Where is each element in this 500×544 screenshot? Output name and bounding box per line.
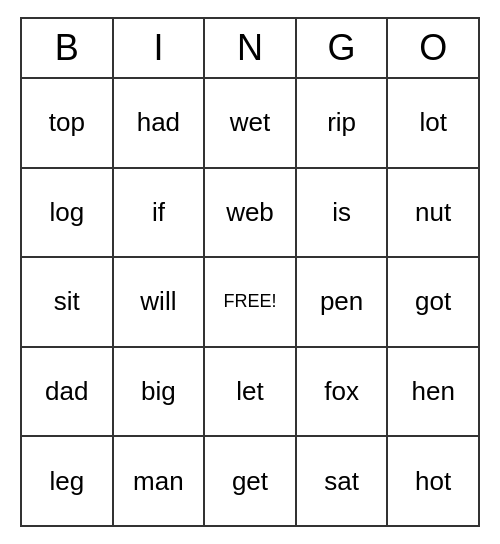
cell-r1-c2: web — [205, 169, 297, 257]
cell-r3-c4: hen — [388, 348, 478, 436]
cell-r2-c4: got — [388, 258, 478, 346]
cell-r0-c3: rip — [297, 79, 389, 167]
cell-r4-c0: leg — [22, 437, 114, 525]
cell-r0-c0: top — [22, 79, 114, 167]
cell-r1-c1: if — [114, 169, 206, 257]
cell-r2-c2: FREE! — [205, 258, 297, 346]
bingo-body: tophadwetriplotlogifwebisnutsitwillFREE!… — [22, 79, 478, 525]
cell-r1-c0: log — [22, 169, 114, 257]
cell-r4-c1: man — [114, 437, 206, 525]
header-letter: I — [114, 19, 206, 77]
cell-r0-c4: lot — [388, 79, 478, 167]
bingo-row: legmangetsathot — [22, 437, 478, 525]
cell-r4-c4: hot — [388, 437, 478, 525]
bingo-row: logifwebisnut — [22, 169, 478, 259]
cell-r4-c2: get — [205, 437, 297, 525]
cell-r0-c1: had — [114, 79, 206, 167]
cell-r4-c3: sat — [297, 437, 389, 525]
bingo-row: tophadwetriplot — [22, 79, 478, 169]
cell-r3-c0: dad — [22, 348, 114, 436]
cell-r2-c1: will — [114, 258, 206, 346]
cell-r2-c0: sit — [22, 258, 114, 346]
bingo-row: dadbigletfoxhen — [22, 348, 478, 438]
cell-r3-c3: fox — [297, 348, 389, 436]
bingo-row: sitwillFREE!pengot — [22, 258, 478, 348]
cell-r1-c3: is — [297, 169, 389, 257]
bingo-header: BINGO — [22, 19, 478, 79]
cell-r1-c4: nut — [388, 169, 478, 257]
bingo-card: BINGO tophadwetriplotlogifwebisnutsitwil… — [20, 17, 480, 527]
header-letter: O — [388, 19, 478, 77]
header-letter: B — [22, 19, 114, 77]
cell-r3-c2: let — [205, 348, 297, 436]
cell-r3-c1: big — [114, 348, 206, 436]
header-letter: G — [297, 19, 389, 77]
cell-r0-c2: wet — [205, 79, 297, 167]
header-letter: N — [205, 19, 297, 77]
cell-r2-c3: pen — [297, 258, 389, 346]
